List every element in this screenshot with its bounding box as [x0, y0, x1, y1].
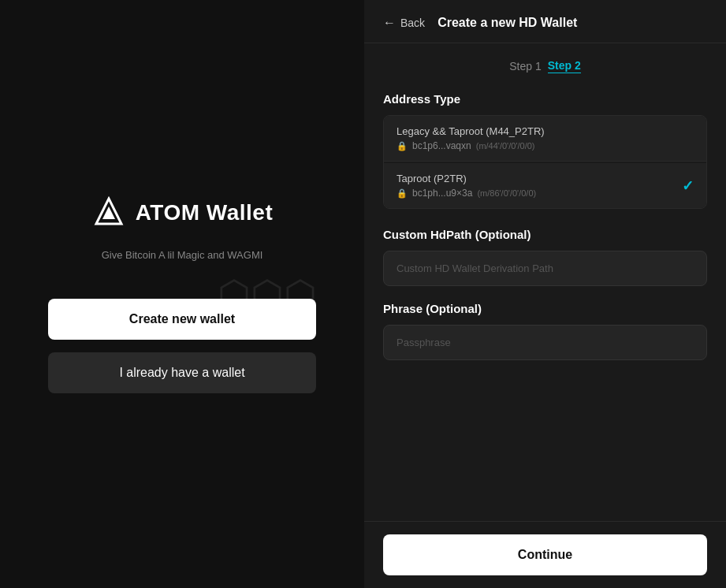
address-option-legacy-inner: Legacy && Taproot (M44_P2TR) 🔒 bc1p6...v… [397, 125, 545, 151]
address-type-taproot-name: Taproot (P2TR) [397, 173, 536, 184]
selected-checkmark-icon: ✓ [682, 177, 694, 195]
address-type-legacy-name: Legacy && Taproot (M44_P2TR) [397, 125, 545, 137]
lock-icon-taproot: 🔒 [397, 188, 408, 199]
back-arrow-icon: ← [383, 16, 396, 30]
back-button[interactable]: ← Back [383, 16, 425, 30]
custom-hd-input[interactable] [383, 251, 707, 286]
steps-row: Step 1 Step 2 [383, 59, 707, 73]
phrase-section: Phrase (Optional) [383, 302, 707, 360]
address-options-list: Legacy && Taproot (M44_P2TR) 🔒 bc1p6...v… [383, 115, 707, 209]
address-taproot-val: bc1ph...u9×3a [412, 188, 472, 199]
address-option-legacy[interactable]: Legacy && Taproot (M44_P2TR) 🔒 bc1p6...v… [384, 116, 706, 162]
logo-area: ATOM Wallet [91, 195, 274, 230]
right-header: ← Back Create a new HD Wallet [364, 0, 726, 43]
create-wallet-button[interactable]: Create new wallet [48, 299, 316, 340]
address-taproot-path: (m/86'/0'/0'/0/0) [477, 188, 536, 198]
passphrase-input[interactable] [383, 325, 707, 360]
left-panel: ATOM Wallet Give Bitcoin A lil Magic and… [0, 0, 364, 588]
step2-tab[interactable]: Step 2 [548, 59, 581, 73]
address-type-title: Address Type [383, 92, 707, 106]
address-option-taproot-inner: Taproot (P2TR) 🔒 bc1ph...u9×3a (m/86'/0'… [397, 173, 536, 199]
custom-hd-title: Custom HdPath (Optional) [383, 228, 707, 241]
address-value-taproot: 🔒 bc1ph...u9×3a (m/86'/0'/0'/0/0) [397, 188, 536, 199]
address-value-legacy: 🔒 bc1p6...vaqxn (m/44'/0'/0'/0/0) [397, 140, 545, 151]
address-legacy-val: bc1p6...vaqxn [412, 140, 471, 151]
continue-btn-wrapper: Continue [364, 521, 726, 588]
lock-icon-legacy: 🔒 [397, 141, 408, 151]
custom-hd-section: Custom HdPath (Optional) [383, 228, 707, 286]
address-option-taproot[interactable]: Taproot (P2TR) 🔒 bc1ph...u9×3a (m/86'/0'… [384, 163, 706, 208]
logo-text: ATOM Wallet [136, 200, 274, 225]
right-panel: ← Back Create a new HD Wallet Step 1 Ste… [364, 0, 726, 588]
page-title: Create a new HD Wallet [437, 16, 577, 30]
right-content: Step 1 Step 2 Address Type Legacy && Tap… [364, 43, 726, 521]
continue-button[interactable]: Continue [383, 534, 707, 575]
existing-wallet-button[interactable]: I already have a wallet [48, 352, 316, 393]
step1-label: Step 1 [509, 60, 541, 73]
tagline: Give Bitcoin A lil Magic and WAGMI [102, 249, 263, 261]
address-legacy-path: (m/44'/0'/0'/0/0) [476, 141, 535, 151]
back-label: Back [400, 17, 425, 29]
phrase-title: Phrase (Optional) [383, 302, 707, 315]
atom-logo-icon [91, 195, 126, 230]
